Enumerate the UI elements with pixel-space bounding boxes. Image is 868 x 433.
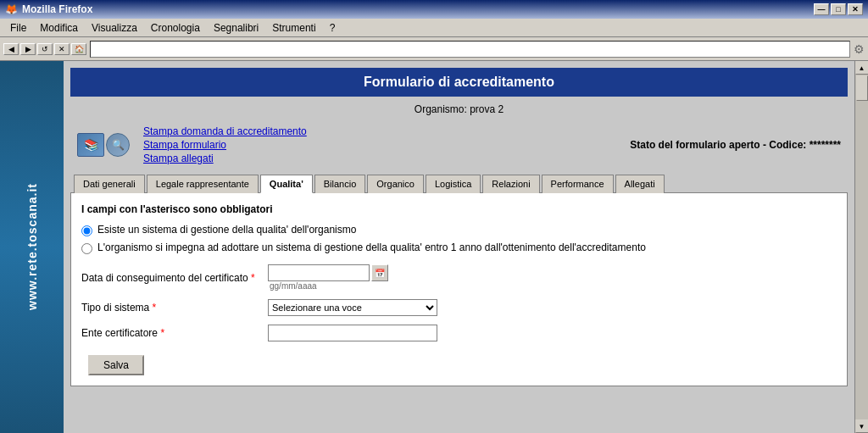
print-section: 📚 🔍 Stampa domanda di accreditamento Sta… bbox=[70, 122, 848, 168]
tab-bilancio[interactable]: Bilancio bbox=[314, 175, 366, 193]
ente-label: Ente certificatore * bbox=[81, 327, 268, 339]
tab-allegati[interactable]: Allegati bbox=[615, 175, 665, 193]
calendar-button[interactable]: 📅 bbox=[371, 264, 388, 281]
menu-cronologia[interactable]: Cronologia bbox=[144, 20, 207, 36]
radio-esiste[interactable] bbox=[81, 225, 92, 236]
tab-performance[interactable]: Performance bbox=[542, 175, 614, 193]
close-button[interactable]: ✕ bbox=[848, 3, 863, 15]
settings-icon[interactable]: ⚙ bbox=[854, 42, 865, 56]
back-button[interactable]: ◀ bbox=[3, 43, 19, 55]
scroll-track[interactable] bbox=[855, 75, 869, 419]
menu-modifica[interactable]: Modifica bbox=[33, 20, 85, 36]
minimize-button[interactable]: — bbox=[814, 3, 829, 15]
menu-segnalibri[interactable]: Segnalibri bbox=[207, 20, 265, 36]
home-button[interactable]: 🏠 bbox=[71, 43, 86, 55]
tipo-label: Tipo di sistema * bbox=[81, 302, 268, 314]
title-bar: 🦊 Mozilla Firefox — □ ✕ bbox=[0, 0, 868, 19]
radio-impegna[interactable] bbox=[81, 243, 92, 254]
tab-dati-generali[interactable]: Dati generali bbox=[74, 175, 145, 193]
tab-relazioni[interactable]: Relazioni bbox=[482, 175, 539, 193]
scroll-up-button[interactable]: ▲ bbox=[855, 61, 869, 75]
search-icon: 🔍 bbox=[106, 133, 130, 157]
firefox-icon: 🦊 bbox=[5, 3, 18, 15]
tab-organico[interactable]: Organico bbox=[367, 175, 424, 193]
mandatory-notice: I campi con l'asterisco sono obbligatori bbox=[81, 203, 837, 215]
radio-impegna-label: L'organismo si impegna ad adottare un si… bbox=[97, 241, 646, 253]
window-title: Mozilla Firefox bbox=[22, 3, 92, 15]
organismo-line: Organismo: prova 2 bbox=[70, 103, 848, 115]
scroll-thumb[interactable] bbox=[856, 75, 868, 101]
menu-file[interactable]: File bbox=[3, 20, 33, 36]
scroll-down-button[interactable]: ▼ bbox=[855, 419, 869, 433]
tab-bar: Dati generali Legale rappresentante Qual… bbox=[70, 175, 848, 193]
print-links: Stampa domanda di accreditamento Stampa … bbox=[143, 125, 307, 164]
book-icon: 📚 bbox=[77, 133, 104, 157]
date-input[interactable] bbox=[268, 264, 370, 281]
content-area: Formulario di accreditamento Organismo: … bbox=[64, 61, 854, 433]
tab-logistica[interactable]: Logistica bbox=[426, 175, 481, 193]
radio-group: Esiste un sistema di gestione della qual… bbox=[81, 224, 837, 254]
save-row: Salva bbox=[81, 350, 837, 375]
maximize-button[interactable]: □ bbox=[831, 3, 846, 15]
stop-button[interactable]: ✕ bbox=[54, 43, 70, 55]
tipo-select-wrapper: Selezionare una voce bbox=[268, 299, 437, 316]
save-button[interactable]: Salva bbox=[88, 355, 144, 375]
radio-esiste-label: Esiste un sistema di gestione della qual… bbox=[97, 224, 356, 236]
tipo-select[interactable]: Selezionare una voce bbox=[268, 299, 437, 316]
tipo-row: Tipo di sistema * Selezionare una voce bbox=[81, 299, 837, 316]
print-formulario-link[interactable]: Stampa formulario bbox=[143, 139, 307, 151]
tab-qualita[interactable]: Qualita' bbox=[260, 175, 313, 193]
menu-visualizza[interactable]: Visualizza bbox=[85, 20, 144, 36]
date-hint: gg/mm/aaaa bbox=[270, 281, 388, 291]
date-row: Data di conseguimento del certificato * … bbox=[81, 264, 837, 291]
form-header: Formulario di accreditamento bbox=[70, 68, 848, 97]
date-label: Data di conseguimento del certificato * bbox=[81, 272, 268, 284]
forward-button[interactable]: ▶ bbox=[20, 43, 36, 55]
ente-input[interactable] bbox=[268, 325, 437, 341]
side-banner: www.rete.toscana.it bbox=[0, 61, 64, 433]
print-accreditamento-link[interactable]: Stampa domanda di accreditamento bbox=[143, 125, 307, 137]
reload-button[interactable]: ↺ bbox=[37, 43, 53, 55]
form-panel: I campi con l'asterisco sono obbligatori… bbox=[70, 192, 848, 386]
print-allegati-link[interactable]: Stampa allegati bbox=[143, 153, 307, 164]
address-bar[interactable] bbox=[90, 41, 850, 58]
ente-row: Ente certificatore * bbox=[81, 325, 837, 341]
status-text: Stato del formulario aperto - Codice: **… bbox=[630, 139, 841, 151]
scrollbar[interactable]: ▲ ▼ bbox=[854, 61, 868, 433]
menu-bar: File Modifica Visualizza Cronologia Segn… bbox=[0, 19, 868, 37]
menu-help[interactable]: ? bbox=[323, 20, 342, 36]
tab-legale-rappresentante[interactable]: Legale rappresentante bbox=[147, 175, 259, 193]
toolbar: ◀ ▶ ↺ ✕ 🏠 ⚙ bbox=[0, 37, 868, 61]
menu-strumenti[interactable]: Strumenti bbox=[265, 20, 322, 36]
